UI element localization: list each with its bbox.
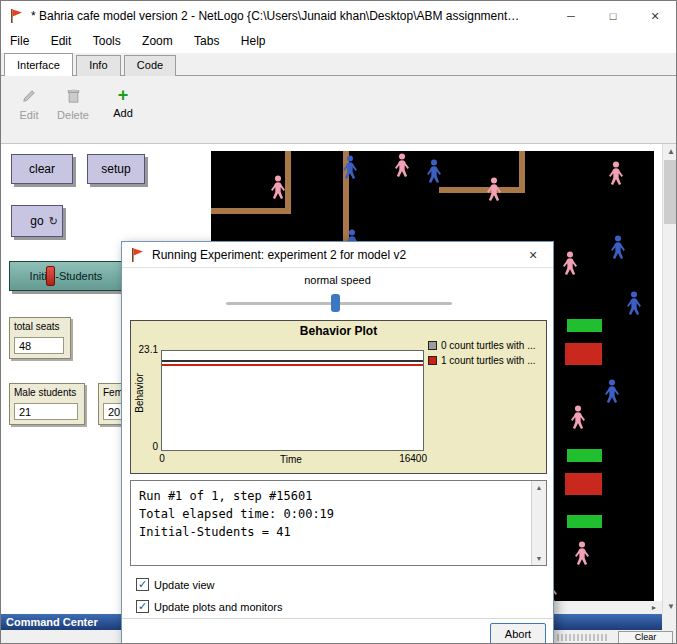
add-widget-button[interactable]: + Add bbox=[101, 87, 145, 119]
x-axis-min: 0 bbox=[155, 453, 169, 464]
vertical-scrollbar[interactable]: ▲ ▼ bbox=[662, 144, 677, 614]
menu-zoom[interactable]: Zoom bbox=[133, 31, 182, 51]
seat-block bbox=[565, 343, 602, 365]
plot-series-line bbox=[162, 360, 423, 362]
dialog-speed-thumb[interactable] bbox=[331, 294, 340, 312]
monitor-label: Male students bbox=[10, 384, 84, 398]
forever-loop-icon: ↻ bbox=[49, 215, 58, 228]
y-axis-min: 0 bbox=[145, 441, 158, 452]
legend-swatch-icon bbox=[428, 356, 437, 365]
scroll-right-icon[interactable]: ► bbox=[646, 601, 662, 614]
monitor-male-students: Male students 21 bbox=[9, 383, 85, 425]
wall-segment bbox=[439, 187, 525, 193]
delete-label: Delete bbox=[57, 109, 89, 121]
dialog-title-bar[interactable]: Running Experiment: experiment 2 for mod… bbox=[122, 242, 553, 268]
dialog-close-icon[interactable]: × bbox=[513, 242, 553, 268]
menu-tabs[interactable]: Tabs bbox=[185, 31, 228, 51]
update-view-checkbox[interactable]: ✓ Update view bbox=[136, 578, 215, 591]
update-plots-label: Update plots and monitors bbox=[154, 601, 282, 613]
person-turtle bbox=[485, 177, 503, 202]
dialog-divider bbox=[122, 618, 553, 619]
go-label: go bbox=[30, 214, 43, 228]
tab-interface[interactable]: Interface bbox=[4, 53, 73, 76]
legend-item: 0 count turtles with ... bbox=[428, 338, 546, 353]
person-turtle bbox=[625, 291, 643, 316]
dialog-speed-label: normal speed bbox=[122, 274, 553, 286]
seat-block bbox=[567, 449, 602, 462]
plot-series-line bbox=[162, 364, 423, 366]
person-turtle bbox=[573, 541, 591, 566]
tab-code[interactable]: Code bbox=[124, 55, 176, 76]
menu-bar: File Edit Tools Zoom Tabs Help bbox=[1, 31, 676, 53]
behavior-plot: Behavior Plot 0 count turtles with ...1 … bbox=[130, 320, 547, 474]
menu-tools[interactable]: Tools bbox=[84, 31, 130, 51]
monitor-label: total seats bbox=[10, 318, 70, 332]
tab-info[interactable]: Info bbox=[76, 55, 120, 76]
scroll-up-icon[interactable]: ▲ bbox=[663, 144, 677, 159]
netlogo-window: * Bahria cafe model version 2 - NetLogo … bbox=[0, 0, 677, 644]
initial-students-slider[interactable]: Initial-Students bbox=[9, 261, 123, 291]
window-title: * Bahria cafe model version 2 - NetLogo … bbox=[31, 1, 521, 31]
minimize-icon[interactable]: ─ bbox=[550, 1, 592, 31]
edit-label: Edit bbox=[20, 109, 39, 121]
menu-help[interactable]: Help bbox=[232, 31, 275, 51]
seat-block bbox=[567, 319, 602, 332]
tab-bar: Interface Info Code bbox=[1, 53, 676, 76]
person-turtle bbox=[269, 175, 287, 200]
title-bar[interactable]: * Bahria cafe model version 2 - NetLogo … bbox=[1, 1, 676, 31]
x-axis-label: Time bbox=[221, 454, 361, 465]
clear-button[interactable]: clear bbox=[11, 154, 73, 184]
monitor-total-seats: total seats 48 bbox=[9, 317, 71, 359]
checkbox-box: ✓ bbox=[136, 578, 149, 591]
trash-icon bbox=[51, 89, 95, 107]
log-text: Run #1 of 1, step #15601 Total elapsed t… bbox=[131, 481, 530, 565]
update-plots-checkbox[interactable]: ✓ Update plots and monitors bbox=[136, 600, 282, 613]
legend-item: 1 count turtles with ... bbox=[428, 353, 546, 368]
running-experiment-dialog: Running Experiment: experiment 2 for mod… bbox=[121, 241, 554, 644]
resize-grip[interactable] bbox=[557, 634, 609, 641]
update-view-label: Update view bbox=[154, 579, 215, 591]
person-turtle bbox=[569, 405, 587, 430]
delete-widget-button[interactable]: Delete bbox=[51, 89, 95, 121]
abort-button[interactable]: Abort bbox=[490, 623, 546, 644]
legend-swatch-icon bbox=[428, 341, 437, 350]
command-center-clear-button[interactable]: Clear bbox=[618, 631, 673, 644]
plus-icon: + bbox=[101, 87, 145, 105]
pencil-icon bbox=[7, 89, 51, 107]
seat-block bbox=[567, 515, 602, 528]
person-turtle bbox=[393, 153, 411, 178]
maximize-icon[interactable]: □ bbox=[592, 1, 634, 31]
legend-label: 1 count turtles with ... bbox=[441, 355, 536, 366]
person-turtle bbox=[609, 235, 627, 260]
netlogo-flag-icon bbox=[9, 8, 23, 27]
edit-widget-button[interactable]: Edit bbox=[7, 89, 51, 121]
seat-block bbox=[565, 473, 602, 495]
interface-toolbar: Edit Delete + Add abc Button ▼ normal sp… bbox=[1, 76, 676, 144]
scroll-up-icon[interactable]: ▲ bbox=[532, 481, 546, 494]
slider-handle[interactable] bbox=[46, 266, 55, 286]
person-turtle bbox=[341, 155, 359, 180]
go-button[interactable]: go ↻ bbox=[11, 205, 63, 237]
scrollbar-thumb[interactable] bbox=[664, 160, 677, 224]
person-turtle bbox=[425, 159, 443, 184]
checkbox-box: ✓ bbox=[136, 600, 149, 613]
plot-title: Behavior Plot bbox=[131, 324, 546, 338]
dialog-title: Running Experiment: experiment 2 for mod… bbox=[152, 242, 406, 268]
close-icon[interactable]: × bbox=[634, 1, 676, 31]
check-icon: ✓ bbox=[138, 579, 147, 590]
setup-button[interactable]: setup bbox=[87, 154, 145, 184]
add-label: Add bbox=[113, 107, 133, 119]
person-turtle bbox=[607, 161, 625, 186]
log-scrollbar[interactable]: ▲ ▼ bbox=[531, 481, 546, 565]
plot-legend: 0 count turtles with ...1 count turtles … bbox=[428, 338, 546, 368]
scroll-down-icon[interactable]: ▼ bbox=[532, 552, 546, 565]
dialog-speed-slider[interactable] bbox=[226, 302, 452, 305]
command-center-title: Command Center bbox=[6, 616, 98, 628]
experiment-log[interactable]: Run #1 of 1, step #15601 Total elapsed t… bbox=[130, 480, 547, 566]
menu-edit[interactable]: Edit bbox=[42, 31, 81, 51]
monitor-value: 48 bbox=[14, 337, 64, 354]
menu-file[interactable]: File bbox=[1, 31, 38, 51]
wall-segment bbox=[519, 151, 525, 191]
check-icon: ✓ bbox=[138, 601, 147, 612]
scroll-down-icon[interactable]: ▼ bbox=[663, 599, 677, 614]
